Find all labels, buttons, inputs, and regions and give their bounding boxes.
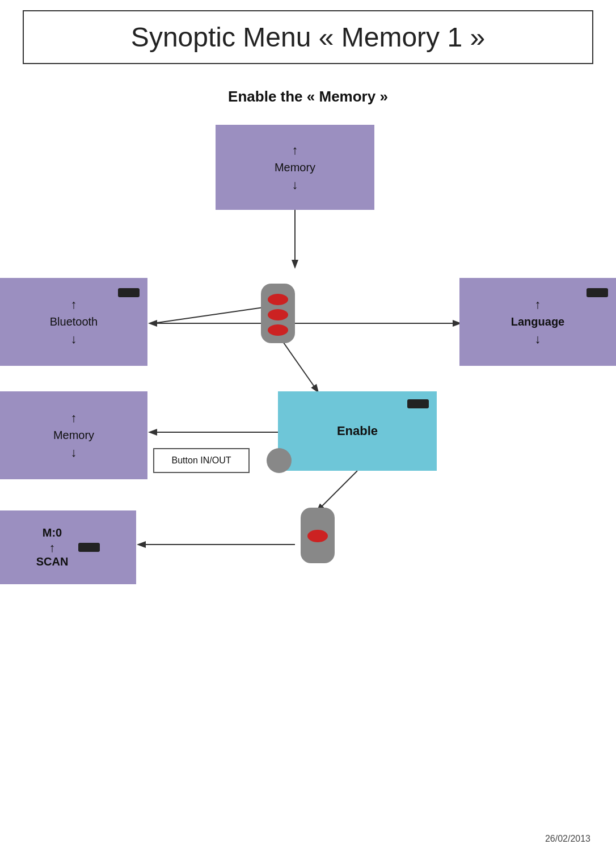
scanner-top-device	[255, 284, 301, 346]
svg-line-5	[153, 306, 271, 323]
memory-left-label: Memory	[53, 429, 94, 442]
enable-label: Enable	[337, 424, 378, 438]
enable-mini-button	[407, 399, 429, 408]
memory-left-box: Memory	[0, 391, 147, 479]
scan-arrow-up	[49, 539, 55, 555]
memory-top-box: Memory	[216, 125, 374, 210]
scan-label: SCAN	[36, 555, 69, 568]
bluetooth-box: Bluetooth	[0, 278, 147, 366]
button-inout-label: Button IN/OUT	[172, 455, 231, 466]
enable-box: Enable	[278, 391, 437, 471]
language-mini-button	[587, 288, 608, 297]
title-box: Synoptic Menu « Memory 1 »	[23, 10, 593, 64]
svg-point-12	[268, 324, 288, 336]
svg-point-11	[268, 309, 288, 320]
bluetooth-mini-button	[118, 288, 140, 297]
language-arrow-down	[535, 332, 541, 347]
oval-button	[267, 448, 292, 473]
bluetooth-arrow-up	[71, 297, 77, 312]
scan-mini-button	[78, 543, 100, 552]
scanner-bottom-device	[295, 508, 340, 564]
subtitle: Enable the « Memory »	[0, 88, 616, 105]
svg-line-7	[318, 471, 357, 510]
page-title: Synoptic Menu « Memory 1 »	[29, 22, 587, 53]
memory-left-arrow-up	[71, 411, 77, 425]
svg-point-14	[307, 530, 328, 542]
button-inout-box: Button IN/OUT	[153, 448, 250, 473]
scan-m0-label: M:0	[43, 526, 62, 539]
date-label: 26/02/2013	[545, 834, 590, 844]
arrow-up-icon	[292, 143, 298, 158]
scan-box: M:0 SCAN	[0, 510, 136, 584]
memory-left-arrow-down	[71, 445, 77, 460]
svg-point-10	[268, 294, 288, 305]
arrow-down-icon	[292, 178, 298, 192]
language-arrow-up	[535, 297, 541, 312]
bluetooth-label: Bluetooth	[50, 315, 98, 328]
memory-top-label: Memory	[275, 161, 315, 174]
bluetooth-arrow-down	[71, 332, 77, 347]
language-box: Language	[459, 278, 616, 366]
language-label: Language	[511, 315, 564, 328]
